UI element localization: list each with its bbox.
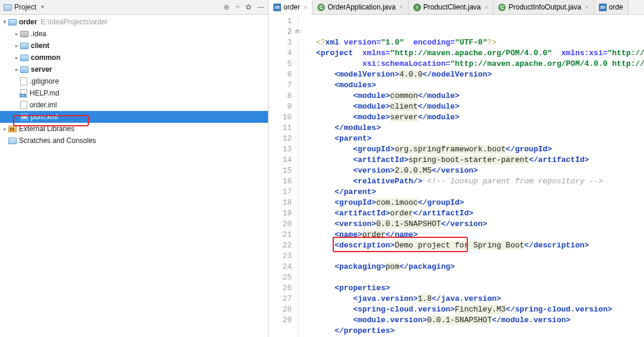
tree-item-client[interactable]: ▸client [0, 40, 268, 52]
tree-item-label: pom.xml [31, 113, 58, 121]
code-line[interactable]: <groupId>com.imooc</groupId> [316, 198, 644, 208]
maven-icon: m [599, 4, 607, 11]
code-line[interactable] [316, 251, 644, 262]
code-line[interactable]: <module.version>0.0.1-SNAPSHOT</module.v… [316, 315, 644, 326]
line-number: 6 [269, 69, 292, 80]
code-line[interactable]: </modules> [316, 123, 644, 133]
tab-order[interactable]: morder× [269, 0, 313, 15]
project-toolbar: Project ▼ ⊕ ÷ ✿ — [0, 0, 268, 15]
target-icon[interactable]: ⊕ [224, 3, 229, 11]
close-icon[interactable]: × [484, 4, 488, 11]
code-area[interactable]: <?xml version="1.0" encoding="UTF-8"?><p… [298, 15, 644, 337]
folder-icon [20, 31, 28, 37]
module-icon [8, 19, 17, 26]
line-number: 21 [269, 230, 292, 240]
tree-root[interactable]: ▼orderE:\IdeaProjects\order [0, 16, 268, 28]
tree-item-label: common [31, 53, 60, 62]
tree-item-common[interactable]: ▸common [0, 52, 268, 63]
code-line[interactable]: </properties> [316, 326, 644, 336]
gutter: 1234567891011121314151617181920212223242… [269, 15, 298, 337]
tree-item-server[interactable]: ▸server [0, 63, 268, 75]
code-line[interactable]: <name>order</name> [316, 230, 644, 240]
tab-orderapplication-java[interactable]: COrderApplication.java× [313, 0, 408, 14]
code-line[interactable]: <description>Demo project for Spring Boo… [316, 240, 644, 251]
code-line[interactable]: <version>2.0.0.M5</version> [316, 166, 644, 176]
tab-productclient-java[interactable]: IProductClient.java× [409, 0, 494, 14]
line-number: 20 [269, 219, 292, 230]
line-number: 13 [269, 144, 292, 155]
line-number: 14 [269, 155, 292, 166]
code-line[interactable]: <?xml version="1.0" encoding="UTF-8"?> [316, 37, 644, 48]
editor[interactable]: 1234567891011121314151617181920212223242… [269, 15, 644, 337]
line-number: 25 [269, 272, 292, 283]
line-number: 17 [269, 187, 292, 198]
project-tree[interactable]: ▼orderE:\IdeaProjects\order▸.idea▸client… [0, 15, 268, 337]
line-number: 27 [269, 294, 292, 304]
code-line[interactable]: <parent> [316, 133, 644, 144]
code-line[interactable]: <packaging>pom</packaging> [316, 262, 644, 272]
project-icon [4, 4, 12, 11]
code-line[interactable]: <module>server</module> [316, 112, 644, 123]
code-line[interactable]: xsi:schemaLocation="http://maven.apache.… [316, 59, 644, 69]
divide-icon[interactable]: ÷ [235, 3, 240, 11]
tab-productinfooutput-java[interactable]: CProductInfoOutput.java× [493, 0, 594, 14]
line-number: 26 [269, 283, 292, 294]
line-number: 29 [269, 315, 292, 326]
tab-label: orde [609, 3, 623, 11]
code-line[interactable] [316, 272, 644, 283]
project-title[interactable]: Project [14, 3, 36, 11]
code-line[interactable]: <spring-cloud.version>Finchley.M3</sprin… [316, 304, 644, 315]
line-number: 16 [269, 176, 292, 187]
code-line[interactable]: <artifactId>order</artifactId> [316, 208, 644, 219]
scratches[interactable]: Scratches and Consoles [0, 135, 268, 147]
library-icon [8, 126, 17, 132]
tab-label: ProductInfoOutput.java [508, 3, 581, 11]
line-number: 12 [269, 133, 292, 144]
markdown-icon [20, 89, 27, 97]
gear-icon[interactable]: ✿ [246, 3, 251, 11]
maven-icon: m [273, 4, 281, 11]
code-line[interactable]: <groupId>org.springframework.boot</group… [316, 144, 644, 155]
line-number: 24 [269, 262, 292, 272]
chevron-down-icon[interactable]: ▼ [40, 4, 45, 10]
tree-root-label: order [19, 18, 37, 26]
tree-item-HELP-md[interactable]: HELP.md [0, 87, 268, 99]
code-line[interactable]: <module>client</module> [316, 101, 644, 112]
code-line[interactable]: <artifactId>spring-boot-starter-parent</… [316, 155, 644, 166]
close-icon[interactable]: × [399, 4, 403, 11]
tree-item-label: .idea [31, 30, 46, 38]
code-line[interactable]: <java.version>1.8</java.version> [316, 294, 644, 304]
tree-item-label: HELP.md [30, 89, 59, 97]
external-libraries[interactable]: ▸External Libraries [0, 123, 268, 135]
folder-icon [20, 43, 28, 49]
line-number: 3 [269, 37, 292, 48]
code-line[interactable]: <project xmlns="http://maven.apache.org/… [316, 48, 644, 59]
tab-orde[interactable]: morde [594, 0, 629, 14]
line-number: 28 [269, 304, 292, 315]
code-line[interactable]: <modules> [316, 80, 644, 91]
code-line[interactable]: <relativePath/> <!-- lookup parent from … [316, 176, 644, 187]
code-line[interactable]: <modelVersion>4.0.0</modelVersion> [316, 69, 644, 80]
close-icon[interactable]: × [304, 4, 307, 11]
code-line[interactable]: <version>0.0.1-SNAPSHOT</version> [316, 219, 644, 230]
tree-item--gitignore[interactable]: .gitignore [0, 75, 268, 87]
code-line[interactable]: </parent> [316, 187, 644, 198]
line-number: 2 [269, 27, 292, 37]
collapse-icon[interactable]: — [257, 3, 264, 11]
interface-icon: I [413, 4, 421, 11]
tree-item--idea[interactable]: ▸.idea [0, 28, 268, 40]
tree-item-label: server [31, 65, 52, 74]
tree-root-path: E:\IdeaProjects\order [41, 18, 108, 26]
folder-icon [20, 55, 28, 61]
code-line[interactable]: <module>common</module> [316, 91, 644, 101]
line-number: 11 [269, 123, 292, 133]
line-number: 5 [269, 59, 292, 69]
tree-item-label: order.iml [30, 101, 57, 109]
tree-item-pom-xml[interactable]: mpom.xml [0, 111, 268, 123]
scratches-label: Scratches and Consoles [19, 136, 96, 145]
line-number: 22 [269, 240, 292, 251]
close-icon[interactable]: × [585, 4, 588, 11]
tree-item-order-iml[interactable]: order.iml [0, 99, 268, 111]
code-line[interactable]: <properties> [316, 283, 644, 294]
tab-label: OrderApplication.java [327, 3, 396, 11]
